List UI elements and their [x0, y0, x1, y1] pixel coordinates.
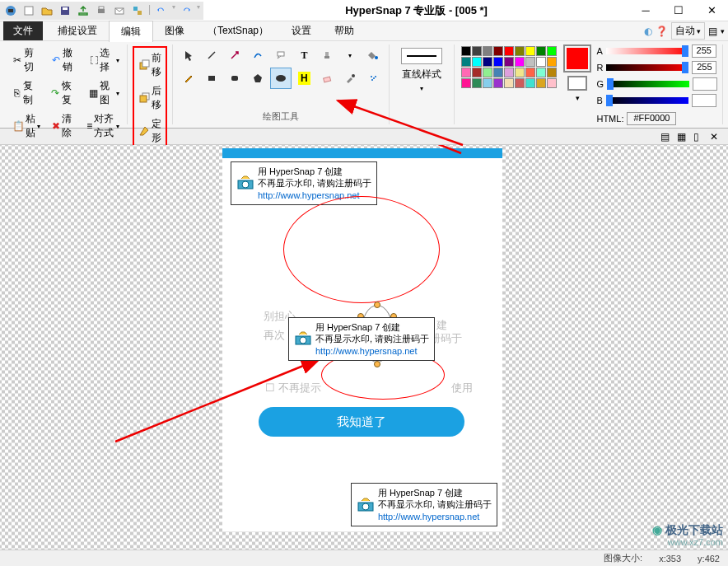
view-button[interactable]: ▦视图▾	[86, 77, 122, 109]
tab-help[interactable]: 帮助	[323, 21, 366, 41]
color-swatch[interactable]	[483, 46, 492, 56]
copy-button[interactable]: ⎘复制	[10, 77, 42, 109]
color-swatch[interactable]	[483, 57, 492, 67]
ellipse-tool[interactable]	[270, 68, 292, 89]
color-swatch[interactable]	[547, 46, 557, 56]
color-swatch[interactable]	[536, 78, 546, 88]
line-preview[interactable]	[401, 48, 442, 64]
email-icon[interactable]	[112, 3, 127, 18]
color-swatch[interactable]	[483, 78, 492, 88]
export-icon[interactable]	[76, 3, 91, 18]
color-swatch[interactable]	[483, 68, 492, 77]
document[interactable]: 用 HyperSnap 7 创建不再显示水印, 请购注册码于http://www…	[222, 148, 502, 531]
line-tool[interactable]	[201, 44, 222, 66]
color-swatch[interactable]	[493, 78, 503, 88]
undo-icon[interactable]	[154, 3, 169, 18]
bg-color[interactable]	[567, 76, 587, 91]
color-swatch[interactable]	[525, 68, 535, 77]
close-panel-icon[interactable]: ✕	[710, 131, 721, 143]
tab-settings[interactable]: 设置	[280, 21, 323, 41]
tab-textsnap[interactable]: （TextSnap）	[196, 21, 280, 41]
color-swatch[interactable]	[461, 46, 471, 56]
canvas-area[interactable]: 用 HyperSnap 7 创建不再显示水印, 请购注册码于http://www…	[0, 145, 728, 550]
html-color-input[interactable]: #FF0000	[627, 112, 676, 125]
rect-tool[interactable]	[201, 68, 222, 89]
list-icon[interactable]: ▤	[660, 131, 672, 143]
color-swatch[interactable]	[504, 46, 514, 56]
color-swatch[interactable]	[525, 46, 535, 56]
paste-button[interactable]: 📋粘贴▾	[10, 110, 43, 142]
cut-button[interactable]: ✂剪切	[10, 44, 43, 76]
color-swatch[interactable]	[461, 78, 471, 88]
select-button[interactable]: 选择▾	[88, 44, 122, 76]
ok-button[interactable]: 我知道了	[259, 407, 464, 437]
color-swatch[interactable]	[504, 78, 514, 88]
color-swatch[interactable]	[504, 57, 514, 67]
color-swatch[interactable]	[493, 57, 503, 67]
curve-tool[interactable]	[247, 44, 268, 66]
color-swatch[interactable]	[536, 57, 546, 67]
file-menu[interactable]: 文件	[3, 21, 43, 40]
redo-icon[interactable]	[179, 3, 194, 18]
color-swatch[interactable]	[472, 68, 482, 77]
color-swatch[interactable]	[493, 68, 503, 77]
chevron-down-icon[interactable]: ▾	[420, 85, 423, 92]
save-icon[interactable]	[58, 3, 72, 18]
color-swatch[interactable]	[536, 46, 546, 56]
polygon-tool[interactable]	[247, 68, 268, 89]
tab-image[interactable]: 图像	[153, 21, 196, 41]
handle[interactable]	[374, 302, 380, 308]
help-icon[interactable]: ❓	[656, 26, 668, 37]
roundrect-tool[interactable]	[224, 68, 245, 89]
arrow-tool[interactable]	[224, 44, 245, 66]
send-back-button[interactable]: 后移	[136, 82, 164, 114]
color-swatch[interactable]	[515, 57, 525, 67]
switch-icon[interactable]	[130, 3, 145, 18]
clear-button[interactable]: ✖清除	[49, 110, 77, 142]
blue-slider[interactable]	[606, 97, 688, 104]
stamp-drop[interactable]: ▾	[339, 44, 361, 66]
app-icon[interactable]	[3, 3, 18, 18]
print-icon[interactable]	[94, 3, 109, 18]
current-color[interactable]	[563, 44, 591, 73]
open-icon[interactable]	[40, 3, 54, 18]
chevron-icon[interactable]: ◐	[644, 26, 652, 37]
color-swatch[interactable]	[504, 68, 514, 77]
page-icon[interactable]: ▯	[693, 131, 705, 143]
redo-button[interactable]: ↷恢复	[49, 77, 81, 109]
toolbar-icon[interactable]: ▤	[708, 26, 717, 37]
big-ellipse[interactable]	[283, 196, 440, 303]
alpha-value[interactable]: 255	[692, 44, 716, 58]
pencil-tool[interactable]	[178, 68, 199, 89]
color-swatch[interactable]	[472, 78, 482, 88]
color-swatch[interactable]	[461, 57, 471, 67]
color-swatch[interactable]	[472, 46, 482, 56]
blue-value[interactable]	[692, 94, 716, 107]
new-icon[interactable]	[21, 3, 36, 18]
color-swatch[interactable]	[515, 78, 525, 88]
color-swatch[interactable]	[547, 68, 557, 77]
color-swatch[interactable]	[461, 68, 471, 77]
eyedropper-tool[interactable]	[339, 68, 361, 89]
stamp-tool[interactable]	[316, 44, 338, 66]
align-button[interactable]: ≡对齐方式▾	[84, 110, 122, 142]
color-swatch[interactable]	[472, 57, 482, 67]
maximize-button[interactable]: ☐	[662, 0, 695, 21]
text-tool[interactable]: T	[293, 44, 315, 66]
close-button[interactable]: ✕	[695, 0, 728, 21]
eraser-tool[interactable]	[316, 68, 338, 89]
bring-front-button[interactable]: 前移	[136, 49, 164, 81]
green-value[interactable]	[693, 77, 717, 91]
auto-combo[interactable]: 自动▾	[671, 22, 705, 40]
color-swatch[interactable]	[515, 68, 525, 77]
alpha-slider[interactable]	[606, 48, 688, 54]
tab-edit[interactable]: 编辑	[109, 21, 153, 42]
chevron-down-icon[interactable]: ▾	[721, 27, 725, 35]
tab-capture[interactable]: 捕捉设置	[46, 21, 109, 41]
minimize-button[interactable]: ─	[629, 0, 662, 21]
fill-tool[interactable]	[362, 44, 384, 66]
chevron-down-icon[interactable]: ▾	[576, 94, 580, 102]
undo-button[interactable]: ↶撤销	[49, 44, 82, 76]
color-swatch[interactable]	[515, 46, 525, 56]
color-swatch[interactable]	[525, 78, 535, 88]
